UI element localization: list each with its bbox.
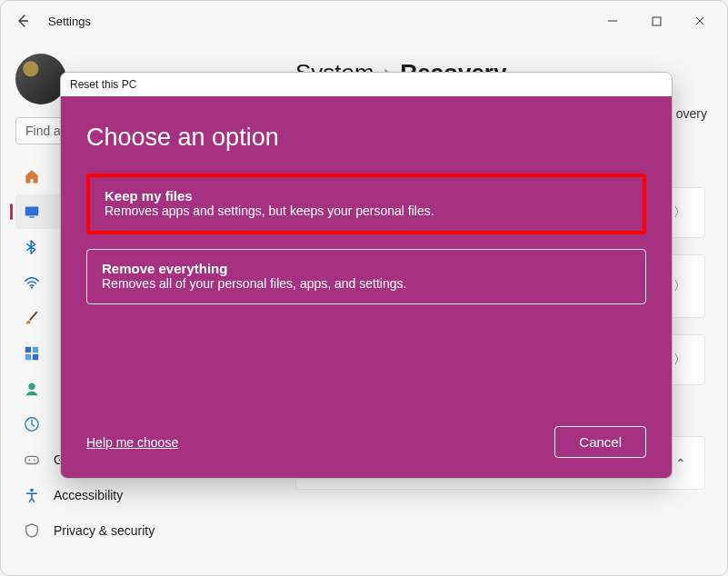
svg-rect-1 xyxy=(25,207,38,216)
sidebar-item-label: Accessibility xyxy=(54,488,123,502)
option-desc: Removes apps and settings, but keeps you… xyxy=(105,204,628,218)
svg-point-3 xyxy=(31,286,33,288)
close-button[interactable] xyxy=(680,7,720,35)
time-icon xyxy=(23,415,41,433)
svg-point-8 xyxy=(28,383,35,390)
back-arrow-icon xyxy=(15,14,30,28)
cancel-button[interactable]: Cancel xyxy=(554,426,646,458)
shield-icon xyxy=(23,521,41,540)
chevron-right-icon: 〉 xyxy=(673,204,686,221)
svg-rect-7 xyxy=(33,354,38,360)
option-title: Remove everything xyxy=(102,261,631,276)
settings-window: Settings Find a xyxy=(0,0,728,576)
chevron-right-icon: 〉 xyxy=(673,278,686,294)
system-icon xyxy=(23,203,41,221)
option-desc: Removes all of your personal files, apps… xyxy=(102,276,631,291)
apps-icon xyxy=(23,344,41,362)
svg-rect-6 xyxy=(25,354,31,360)
dialog-heading: Choose an option xyxy=(86,124,646,152)
dialog-frame-title: Reset this PC xyxy=(61,73,672,96)
svg-rect-2 xyxy=(29,216,34,217)
access-icon xyxy=(23,486,41,504)
partial-text: overy xyxy=(676,106,707,121)
account-icon xyxy=(23,380,41,398)
wifi-icon xyxy=(23,273,41,292)
home-icon xyxy=(23,167,41,185)
back-button[interactable] xyxy=(8,6,37,35)
brush-icon xyxy=(23,309,41,327)
help-me-choose-link[interactable]: Help me choose xyxy=(86,435,178,450)
option-keep-my-files[interactable]: Keep my files Removes apps and settings,… xyxy=(86,174,646,234)
svg-rect-4 xyxy=(25,347,31,353)
chevron-right-icon: 〉 xyxy=(673,352,686,368)
sidebar-item-accessibility[interactable]: Accessibility xyxy=(15,478,259,512)
reset-pc-dialog: Reset this PC Choose an option Keep my f… xyxy=(60,72,673,479)
option-title: Keep my files xyxy=(105,188,628,204)
avatar xyxy=(15,54,66,104)
maximize-button[interactable] xyxy=(636,7,676,35)
minimize-button[interactable] xyxy=(593,7,633,35)
option-remove-everything[interactable]: Remove everything Removes all of your pe… xyxy=(86,249,646,304)
game-icon xyxy=(23,451,41,469)
window-title: Settings xyxy=(48,15,91,28)
chevron-up-icon: ⌃ xyxy=(675,456,686,471)
svg-point-11 xyxy=(28,460,30,462)
svg-point-13 xyxy=(30,489,34,492)
bluetooth-icon xyxy=(23,238,41,256)
sidebar-item-label: Privacy & security xyxy=(54,523,155,538)
svg-rect-0 xyxy=(653,17,661,25)
titlebar: Settings xyxy=(1,1,727,41)
svg-point-12 xyxy=(34,460,35,462)
svg-rect-10 xyxy=(25,456,38,463)
sidebar-item-privacy[interactable]: Privacy & security xyxy=(15,513,259,548)
svg-rect-5 xyxy=(33,347,38,353)
